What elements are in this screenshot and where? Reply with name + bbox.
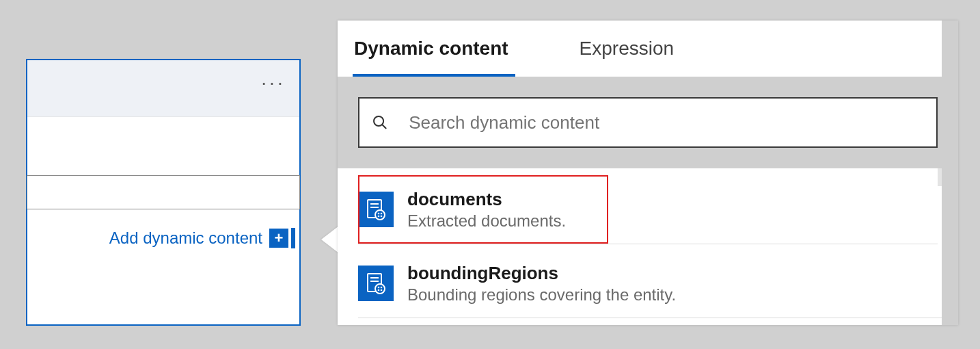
- result-item-bounding-regions[interactable]: boundingRegions Bounding regions coverin…: [358, 249, 958, 318]
- result-item-documents[interactable]: documents Extracted documents.: [358, 175, 608, 244]
- add-dynamic-row: Add dynamic content +: [27, 224, 299, 252]
- dynamic-content-panel: Dynamic content Expression: [338, 21, 958, 325]
- svg-point-17: [378, 289, 380, 292]
- svg-point-14: [375, 284, 385, 294]
- search-row: [338, 77, 958, 168]
- tab-expression[interactable]: Expression: [563, 21, 702, 77]
- svg-point-0: [374, 116, 383, 126]
- document-icon: [358, 192, 394, 227]
- svg-point-15: [378, 287, 380, 289]
- svg-point-7: [378, 213, 380, 215]
- action-card: ··· Add dynamic content +: [26, 59, 301, 326]
- popover-caret: [321, 226, 339, 253]
- search-icon: [372, 114, 388, 131]
- divider: [358, 244, 938, 244]
- action-card-header: ···: [27, 60, 299, 117]
- more-options-button[interactable]: ···: [260, 79, 287, 93]
- svg-point-8: [381, 213, 383, 215]
- result-description: Extracted documents.: [407, 211, 566, 231]
- add-dynamic-content-plus-button[interactable]: +: [269, 229, 288, 248]
- search-box[interactable]: [358, 97, 938, 148]
- svg-point-9: [378, 216, 380, 218]
- svg-point-6: [375, 210, 385, 220]
- svg-point-16: [381, 287, 383, 289]
- tab-dynamic-content[interactable]: Dynamic content: [338, 21, 536, 77]
- svg-line-1: [382, 125, 386, 129]
- text-cursor: [291, 228, 295, 248]
- svg-point-10: [381, 216, 383, 218]
- value-input[interactable]: [27, 175, 300, 209]
- scrollbar-track[interactable]: [942, 21, 958, 325]
- add-dynamic-content-link[interactable]: Add dynamic content: [109, 229, 262, 248]
- svg-point-18: [381, 289, 383, 292]
- result-title: boundingRegions: [407, 263, 676, 284]
- screenshot-stage: ··· Add dynamic content + Dynamic conten…: [0, 0, 980, 349]
- result-description: Bounding regions covering the entity.: [407, 285, 676, 305]
- document-icon: [358, 266, 394, 301]
- result-text: boundingRegions Bounding regions coverin…: [407, 263, 676, 305]
- search-input[interactable]: [407, 112, 924, 134]
- results-list: documents Extracted documents.: [338, 168, 958, 322]
- tab-bar: Dynamic content Expression: [338, 21, 958, 77]
- result-text: documents Extracted documents.: [407, 189, 566, 231]
- result-title: documents: [407, 189, 566, 210]
